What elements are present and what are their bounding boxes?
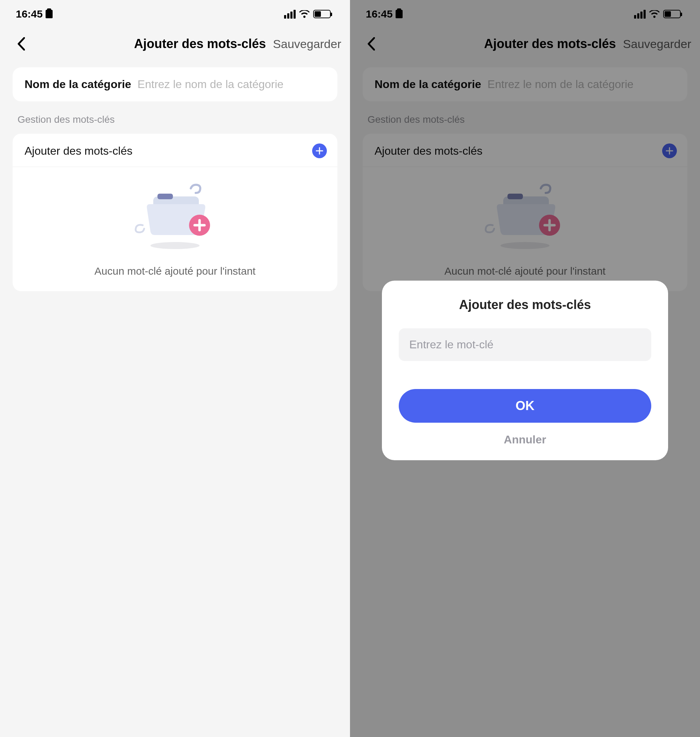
keywords-card: Ajouter des mots-clés Aucun mot-clé ajou… bbox=[13, 134, 337, 291]
chevron-left-icon bbox=[17, 37, 25, 50]
category-input[interactable] bbox=[137, 78, 325, 91]
keyword-input[interactable] bbox=[409, 338, 641, 351]
add-keywords-button[interactable] bbox=[312, 143, 327, 158]
add-keyword-modal: Ajouter des mots-clés OK Annuler bbox=[382, 281, 668, 460]
save-button[interactable]: Sauvegarder bbox=[269, 37, 341, 51]
section-label: Gestion des mots-clés bbox=[18, 114, 332, 125]
empty-text: Aucun mot-clé ajouté pour l'instant bbox=[94, 265, 255, 277]
category-card: Nom de la catégorie bbox=[13, 67, 337, 102]
modal-input-wrap bbox=[399, 328, 651, 361]
phone-screen-right: 16:45 Ajouter des mots-clés Sauvegarder … bbox=[350, 0, 700, 737]
cellular-signal-icon bbox=[284, 10, 296, 19]
phone-screen-left: 16:45 Ajouter des mots-clés Sauvegarder … bbox=[0, 0, 350, 737]
battery-icon bbox=[313, 10, 331, 18]
status-right bbox=[284, 10, 331, 19]
svg-point-3 bbox=[150, 242, 200, 249]
add-keywords-row[interactable]: Ajouter des mots-clés bbox=[13, 134, 337, 167]
ok-button[interactable]: OK bbox=[399, 389, 651, 423]
contact-card-icon bbox=[46, 10, 53, 18]
folder-illustration-icon bbox=[129, 183, 221, 253]
category-label: Nom de la catégorie bbox=[25, 78, 131, 91]
status-time: 16:45 bbox=[16, 8, 43, 20]
nav-bar: Ajouter des mots-clés Sauvegarder bbox=[0, 28, 350, 60]
back-button[interactable] bbox=[12, 35, 30, 53]
wifi-icon bbox=[299, 10, 310, 18]
status-bar: 16:45 bbox=[0, 0, 350, 28]
empty-state: Aucun mot-clé ajouté pour l'instant bbox=[13, 167, 337, 277]
add-keywords-label: Ajouter des mots-clés bbox=[25, 144, 132, 157]
cancel-button[interactable]: Annuler bbox=[504, 433, 546, 446]
nav-title: Ajouter des mots-clés bbox=[134, 37, 266, 51]
svg-rect-1 bbox=[157, 194, 173, 199]
modal-title: Ajouter des mots-clés bbox=[459, 297, 591, 312]
plus-icon bbox=[316, 147, 324, 155]
